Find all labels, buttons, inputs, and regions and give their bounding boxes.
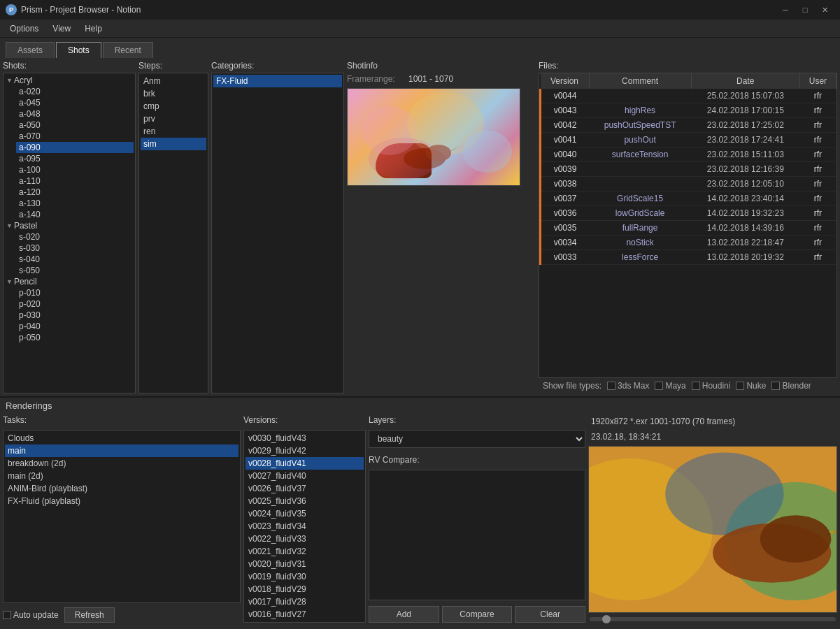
file-row-v0040[interactable]: v0040 surfaceTension 23.02.2018 15:11:03… [541, 147, 837, 162]
checkbox-houdini[interactable] [692, 382, 700, 390]
tree-item-a-090[interactable]: a-090 [16, 142, 134, 153]
menu-view[interactable]: View [45, 22, 78, 35]
tree-item-s-050[interactable]: s-050 [16, 265, 134, 276]
shots-tree[interactable]: ▼ Acryla-020a-045a-048a-050a-070a-090a-0… [3, 73, 136, 393]
tasks-list[interactable]: Cloudsmainbreakdown (2d)main (2d)ANIM-Bi… [3, 430, 241, 603]
task-item-5[interactable]: FX-Fluid (playblast) [5, 495, 239, 507]
type-3dsmax-check[interactable]: 3ds Max [607, 381, 649, 391]
task-item-1[interactable]: main [5, 444, 239, 457]
tab-recent[interactable]: Recent [103, 42, 153, 58]
file-row-v0035[interactable]: v0035 fullRange 14.02.2018 14:39:16 rfr [541, 221, 837, 236]
version-item-v0030_fluidV43[interactable]: v0030_fluidV43 [245, 432, 364, 444]
version-item-v0022_fluidV33[interactable]: v0022_fluidV33 [245, 533, 364, 545]
add-button[interactable]: Add [369, 606, 439, 623]
type-maya-check[interactable]: Maya [655, 381, 685, 391]
render-slider-thumb[interactable] [602, 615, 611, 623]
steps-list[interactable]: Anmbrkcmpprvrensim [138, 73, 208, 393]
restore-button[interactable]: □ [795, 0, 815, 20]
version-item-v0019_fluidV30[interactable]: v0019_fluidV30 [245, 570, 364, 583]
tree-item-a-095[interactable]: a-095 [16, 153, 134, 164]
category-item-fx-fluid[interactable]: FX-Fluid [213, 75, 342, 87]
version-item-v0028_fluidV41[interactable]: v0028_fluidV41 [245, 457, 364, 470]
version-item-v0027_fluidV40[interactable]: v0027_fluidV40 [245, 470, 364, 482]
tree-item-s-030[interactable]: s-030 [16, 243, 134, 254]
checkbox-nuke[interactable] [736, 382, 744, 390]
step-item-cmp[interactable]: cmp [141, 100, 206, 113]
tree-item-a-110[interactable]: a-110 [16, 175, 134, 187]
tree-item-a-140[interactable]: a-140 [16, 209, 134, 220]
version-item-v0016_fluidV27[interactable]: v0016_fluidV27 [245, 608, 364, 621]
file-user: rfr [799, 162, 836, 177]
tree-item-a-070[interactable]: a-070 [16, 131, 134, 142]
tree-item-a-120[interactable]: a-120 [16, 187, 134, 198]
version-item-v0017_fluidV28[interactable]: v0017_fluidV28 [245, 595, 364, 608]
file-row-v0042[interactable]: v0042 pushOutSpeedTST 23.02.2018 17:25:0… [541, 118, 837, 133]
tree-item-p-010[interactable]: p-010 [16, 287, 134, 298]
file-row-v0036[interactable]: v0036 lowGridScale 14.02.2018 19:32:23 r… [541, 206, 837, 221]
checkbox-maya[interactable] [655, 382, 663, 390]
menu-help[interactable]: Help [78, 22, 109, 35]
tab-shots[interactable]: Shots [56, 42, 101, 58]
version-item-v0021_fluidV32[interactable]: v0021_fluidV32 [245, 545, 364, 558]
tree-item-p-050[interactable]: p-050 [16, 332, 134, 343]
file-row-v0043[interactable]: v0043 highRes 24.02.2018 17:00:15 rfr [541, 103, 837, 118]
tree-item-a-130[interactable]: a-130 [16, 198, 134, 209]
tree-item-a-050[interactable]: a-050 [16, 120, 134, 131]
refresh-button[interactable]: Refresh [64, 607, 115, 623]
version-item-v0024_fluidV35[interactable]: v0024_fluidV35 [245, 507, 364, 520]
type-blender-check[interactable]: Blender [771, 381, 811, 391]
tab-assets[interactable]: Assets [6, 42, 55, 58]
file-row-v0034[interactable]: v0034 noStick 13.02.2018 22:18:47 rfr [541, 236, 837, 250]
version-item-v0029_fluidV42[interactable]: v0029_fluidV42 [245, 444, 364, 457]
file-row-v0039[interactable]: v0039 23.02.2018 12:16:39 rfr [541, 162, 837, 177]
task-item-3[interactable]: main (2d) [5, 470, 239, 482]
step-item-sim[interactable]: sim [141, 138, 206, 150]
step-item-Anm[interactable]: Anm [141, 75, 206, 87]
tree-item-s-040[interactable]: s-040 [16, 254, 134, 265]
tree-item-p-020[interactable]: p-020 [16, 298, 134, 310]
checkbox-blender[interactable] [771, 382, 780, 390]
tree-group-header-acryl[interactable]: ▼ Acryl [5, 75, 134, 86]
tree-item-p-030[interactable]: p-030 [16, 310, 134, 321]
render-slider-track[interactable] [590, 617, 836, 621]
tree-group-header-pencil[interactable]: ▼ Pencil [5, 276, 134, 287]
auto-update-check[interactable]: Auto update [3, 610, 59, 620]
type-nuke-check[interactable]: Nuke [736, 381, 766, 391]
file-row-v0033[interactable]: v0033 lessForce 13.02.2018 20:19:32 rfr [541, 250, 837, 265]
versions-list[interactable]: v0030_fluidV43v0029_fluidV42v0028_fluidV… [243, 430, 366, 623]
file-row-v0044[interactable]: v0044 25.02.2018 15:07:03 rfr [541, 89, 837, 103]
files-table: Version Comment Date User v0044 25.02.20… [539, 73, 837, 265]
checkbox-3dsmax[interactable] [607, 382, 615, 390]
tree-item-a-020[interactable]: a-020 [16, 86, 134, 97]
categories-list[interactable]: FX-Fluid [211, 73, 344, 393]
layers-select[interactable]: beauty [369, 430, 585, 448]
type-houdini-check[interactable]: Houdini [692, 381, 731, 391]
file-row-v0041[interactable]: v0041 pushOut 23.02.2018 17:24:41 rfr [541, 133, 837, 147]
version-item-v0026_fluidV37[interactable]: v0026_fluidV37 [245, 482, 364, 495]
tree-item-a-048[interactable]: a-048 [16, 108, 134, 120]
menu-options[interactable]: Options [3, 22, 45, 35]
tree-group-header-pastel[interactable]: ▼ Pastel [5, 220, 134, 231]
file-row-v0038[interactable]: v0038 23.02.2018 12:05:10 rfr [541, 177, 837, 191]
checkbox-auto-update[interactable] [3, 611, 11, 619]
task-item-4[interactable]: ANIM-Bird (playblast) [5, 482, 239, 495]
version-item-v0020_fluidV31[interactable]: v0020_fluidV31 [245, 558, 364, 570]
tree-item-a-100[interactable]: a-100 [16, 164, 134, 175]
version-item-v0023_fluidV34[interactable]: v0023_fluidV34 [245, 520, 364, 533]
version-item-v0025_fluidV36[interactable]: v0025_fluidV36 [245, 495, 364, 507]
step-item-ren[interactable]: ren [141, 125, 206, 138]
file-row-v0037[interactable]: v0037 GridScale15 14.02.2018 23:40:14 rf… [541, 191, 837, 206]
tree-item-s-020[interactable]: s-020 [16, 231, 134, 243]
close-button[interactable]: ✕ [815, 0, 834, 20]
step-item-prv[interactable]: prv [141, 113, 206, 125]
files-table-container[interactable]: Version Comment Date User v0044 25.02.20… [539, 73, 837, 378]
step-item-brk[interactable]: brk [141, 87, 206, 100]
tree-item-p-040[interactable]: p-040 [16, 321, 134, 332]
version-item-v0018_fluidV29[interactable]: v0018_fluidV29 [245, 583, 364, 595]
task-item-2[interactable]: breakdown (2d) [5, 457, 239, 470]
tree-item-a-045[interactable]: a-045 [16, 97, 134, 108]
task-item-0[interactable]: Clouds [5, 432, 239, 444]
compare-button[interactable]: Compare [442, 606, 513, 623]
clear-button[interactable]: Clear [515, 606, 585, 623]
minimize-button[interactable]: ─ [776, 0, 795, 20]
